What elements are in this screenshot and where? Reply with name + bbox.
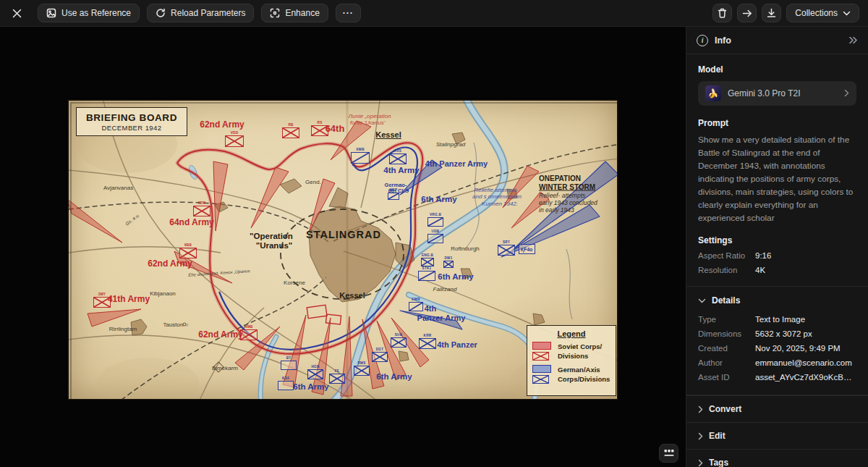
- detail-value: asset_AYvCz7dX9oKcBBU4e…: [755, 373, 856, 382]
- unit-marker: DGT: [372, 352, 388, 362]
- detail-value: Nov 20, 2025, 9:49 PM: [755, 344, 841, 353]
- detail-label: Type: [698, 315, 755, 324]
- details-row: Dimensions 5632 x 3072 px: [698, 327, 856, 341]
- legend-title: Legend: [532, 329, 610, 338]
- map-label: and ś omeimennen: [472, 193, 522, 200]
- unit-marker: ҚF4о: [519, 244, 535, 254]
- legend-swatch-filled: [532, 342, 551, 350]
- map-label: Rirrlingtam: [109, 326, 137, 332]
- detail-label: Dimensions: [698, 329, 755, 338]
- panel-section-label: Tags: [709, 458, 728, 467]
- map-label: Fallrzand: [433, 286, 457, 293]
- unit-marker: XWB: [351, 152, 370, 164]
- panel-section-row[interactable]: Edit: [686, 422, 868, 449]
- map-label: 6th Army: [438, 272, 473, 281]
- send-to-button[interactable]: [737, 4, 757, 22]
- unit-marker: VDD: [225, 135, 244, 147]
- settings-row: Aspect Ratio 9:16: [698, 248, 856, 263]
- model-name: Gemini 3.0 Pro T2I: [728, 88, 801, 98]
- map-label: Relieef- attempts: [539, 192, 585, 199]
- settings-row: Resolution 4K: [698, 263, 856, 277]
- map-label: 62nd Army: [198, 329, 243, 340]
- map-legend: Legend Soviet Corps/ Divisions: [527, 325, 616, 396]
- unit-marker: UDB: [427, 234, 443, 243]
- panel-title: Info: [715, 35, 731, 46]
- map-label: 41th Army: [108, 294, 150, 304]
- close-icon[interactable]: [9, 5, 25, 21]
- map-subtitle: DECEMBER 1942: [102, 124, 162, 132]
- image-detail-view: Use as Reference Reload Parameters Enhan…: [0, 0, 868, 467]
- map-label: 6th Army: [421, 195, 456, 203]
- chevron-right-icon: [844, 87, 849, 100]
- map-label: ONEPATION: [539, 174, 581, 182]
- map-label: Kibjanaon: [150, 290, 176, 297]
- map-label: STALINGRAD: [306, 229, 381, 240]
- map-label: Kurmen 1942.: [482, 201, 518, 207]
- map-label: Avjanvanas: [103, 185, 133, 191]
- map-label: 4th Army: [383, 166, 419, 174]
- details-label: Details: [712, 295, 740, 306]
- map-label: Лunie „operation: [349, 113, 391, 119]
- map-label: 62nd Army: [200, 119, 244, 130]
- unit-marker: STK1: [418, 271, 435, 281]
- unit-marker: DW1: [443, 261, 454, 268]
- map-label: fonie 'Uranus': [350, 119, 385, 126]
- panel-section-label: Convert: [709, 404, 741, 414]
- detail-label: Asset ID: [698, 373, 755, 382]
- unit-marker: HGN: [307, 369, 323, 379]
- enhance-button[interactable]: Enhance: [261, 4, 328, 22]
- unit-marker: 6ZM: [193, 206, 210, 216]
- collections-button[interactable]: Collections: [786, 4, 859, 22]
- ellipsis-icon: ···: [343, 8, 354, 18]
- map-title-box: BRIEFING BOARD DECEMBER 1942: [76, 107, 187, 136]
- map-label: Roftndurgh: [451, 245, 480, 252]
- settings-rows: Aspect Ratio 9:16 Resolution 4K: [698, 248, 856, 277]
- map-label: Kessel: [375, 130, 401, 139]
- panel-section-row[interactable]: Tags: [686, 449, 868, 467]
- chevron-right-icon: [698, 459, 703, 467]
- setting-value: 9:16: [755, 251, 771, 260]
- thumbnails-toggle-button[interactable]: [659, 444, 678, 463]
- details-row: Type Text to Image: [698, 312, 856, 327]
- delete-button[interactable]: [712, 4, 732, 22]
- info-icon: i: [697, 35, 708, 46]
- map-label: in early 1943: [539, 206, 574, 214]
- map-title: BRIEFING BOARD: [86, 112, 177, 123]
- download-button[interactable]: [762, 4, 781, 22]
- unit-marker: KRR: [419, 338, 436, 349]
- map-label: 64nd Army: [169, 217, 214, 227]
- map-label: Reliefie attempts: [474, 187, 517, 193]
- arrow-right-icon: [742, 9, 752, 18]
- unit-marker: VRG.B: [427, 217, 443, 227]
- setting-label: Resolution: [698, 266, 755, 274]
- map-label: WINTER STORM: [539, 183, 595, 191]
- chevron-right-icon: [698, 405, 703, 413]
- prompt-label: Prompt: [698, 118, 856, 128]
- map-label: Kessel: [339, 291, 365, 300]
- details-section-header[interactable]: Details: [698, 295, 856, 306]
- collapse-panel-icon[interactable]: [848, 36, 858, 44]
- use-as-reference-button[interactable]: Use as Reference: [38, 4, 140, 22]
- map-label: Panzer Army: [417, 314, 466, 322]
- details-row: Created Nov 20, 2025, 9:49 PM: [698, 341, 856, 355]
- map-label: Korsene: [284, 279, 305, 286]
- unit-marker: SUB: [391, 337, 407, 348]
- setting-label: Aspect Ratio: [698, 251, 755, 260]
- reload-parameters-button[interactable]: Reload Parameters: [147, 4, 254, 22]
- detail-value: emmanuel@scenario.com: [755, 358, 852, 367]
- unit-marker: FE: [329, 374, 345, 384]
- top-toolbar: Use as Reference Reload Parameters Enhan…: [0, 0, 868, 27]
- detail-label: Author: [698, 358, 755, 367]
- details-rows: Type Text to Image Dimensions 5632 x 307…: [698, 312, 856, 384]
- model-button[interactable]: 🍌 Gemini 3.0 Pro T2I: [698, 81, 856, 106]
- more-options-button[interactable]: ···: [336, 4, 361, 22]
- chevron-down-icon: [698, 298, 706, 303]
- map-label: Bimekarm: [212, 365, 238, 371]
- unit-marker: AXS: [389, 153, 407, 164]
- unit-marker: 6BB: [179, 248, 197, 258]
- detail-value: 5632 x 3072 px: [755, 329, 812, 338]
- info-panel-header: i Info: [686, 27, 868, 54]
- panel-section-row[interactable]: Convert: [686, 395, 868, 422]
- map-label: 4th: [425, 304, 437, 313]
- map-label: 62nd Army: [148, 258, 192, 269]
